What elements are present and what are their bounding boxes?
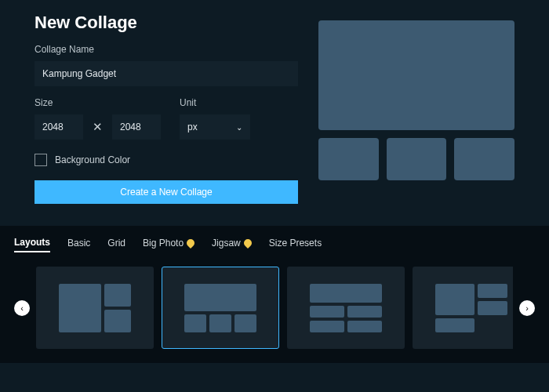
layout-thumbnail-cell [104, 310, 131, 332]
tab-big-photo[interactable]: Big Photo [143, 238, 195, 252]
layout-thumbnail-cell [209, 314, 231, 332]
tab-label: Big Photo [143, 238, 184, 249]
collage-name-input[interactable] [35, 61, 298, 86]
tab-basic[interactable]: Basic [67, 238, 90, 252]
premium-icon [185, 238, 196, 249]
carousel-prev-button[interactable]: ‹ [14, 300, 30, 316]
tab-label: Basic [67, 238, 90, 249]
layout-thumbnail-cell [235, 314, 256, 332]
chevron-down-icon: ⌄ [236, 123, 242, 132]
unit-label: Unit [180, 97, 250, 108]
tab-jigsaw[interactable]: Jigsaw [212, 238, 252, 252]
layout-thumbnail-cell [435, 284, 507, 332]
tab-grid[interactable]: Grid [107, 238, 125, 252]
carousel-next-button[interactable]: › [519, 300, 535, 316]
tab-label: Size Presets [269, 238, 322, 249]
layout-thumbnail-cell [435, 318, 474, 332]
background-color-label: Background Color [55, 154, 130, 165]
background-color-checkbox[interactable] [35, 154, 47, 166]
layout-thumbnail-cell [104, 284, 131, 307]
tab-label: Layouts [14, 237, 50, 248]
layout-thumbnail-cell [310, 321, 344, 332]
layout-thumbnail-cell [478, 301, 507, 315]
tab-size-presets[interactable]: Size Presets [269, 238, 322, 252]
layout-thumbnail-cell [478, 284, 507, 298]
layout-thumbnail-cell [435, 284, 474, 315]
collage-preview [318, 13, 514, 204]
unit-value: px [187, 122, 198, 132]
width-input[interactable] [35, 114, 83, 140]
layout-thumbnail-cell [184, 284, 256, 332]
preview-small-cell [318, 138, 379, 180]
create-collage-button[interactable]: Create a New Collage [35, 180, 298, 204]
preview-large-cell [318, 20, 514, 130]
tab-layouts[interactable]: Layouts [14, 237, 50, 252]
preview-small-cell [387, 138, 447, 180]
layout-thumbnail-cell [347, 306, 382, 318]
page-title: New Collage [35, 13, 298, 33]
unit-select[interactable]: px ⌄ [180, 114, 250, 140]
layout-thumbnail-cell [347, 321, 382, 332]
layout-option-layout-2[interactable] [162, 267, 279, 349]
layout-thumbnail-cell [310, 306, 344, 318]
collage-name-label: Collage Name [35, 44, 298, 55]
layout-option-layout-1[interactable] [36, 267, 154, 349]
layout-option-layout-4[interactable] [413, 267, 513, 349]
height-input[interactable] [112, 114, 161, 140]
premium-icon [242, 238, 253, 249]
layout-tabs: LayoutsBasicGridBig PhotoJigsawSize Pres… [14, 237, 535, 252]
tab-label: Grid [107, 238, 125, 249]
layout-thumbnail-cell [59, 284, 101, 332]
layout-thumbnail-cell [59, 284, 131, 332]
layout-thumbnail-cell [184, 284, 256, 312]
preview-small-cell [454, 138, 514, 180]
tab-label: Jigsaw [212, 238, 241, 249]
dimension-separator: ✕ [89, 120, 106, 134]
layout-thumbnail-cell [310, 284, 382, 303]
layout-option-layout-3[interactable] [287, 267, 405, 349]
layout-thumbnail-cell [310, 284, 382, 332]
size-label: Size [35, 97, 161, 108]
layout-thumbnail-cell [184, 314, 206, 332]
